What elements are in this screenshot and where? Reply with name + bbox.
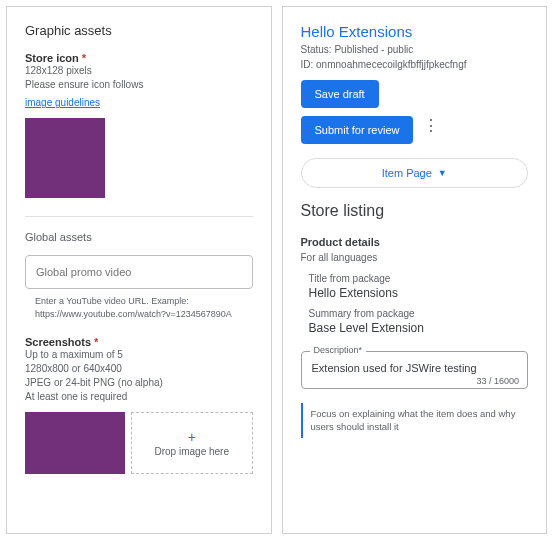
screenshots-help-4: At least one is required	[25, 390, 253, 404]
summary-from-package-value: Base Level Extension	[309, 321, 529, 335]
screenshots-help-3: JPEG or 24-bit PNG (no alpha)	[25, 376, 253, 390]
store-listing-panel: Hello Extensions Status: Published - pub…	[282, 6, 548, 534]
plus-icon: +	[188, 430, 196, 444]
chevron-down-icon: ▼	[438, 168, 447, 178]
item-page-label: Item Page	[382, 167, 432, 179]
divider	[25, 216, 253, 217]
save-draft-button[interactable]: Save draft	[301, 80, 379, 108]
drop-image-label: Drop image here	[155, 446, 229, 457]
global-assets-label: Global assets	[25, 231, 253, 243]
store-icon-ensure: Please ensure icon follows	[25, 78, 253, 92]
global-promo-video-input[interactable]	[25, 255, 253, 289]
title-from-package-value: Hello Extensions	[309, 286, 529, 300]
product-details-label: Product details	[301, 236, 529, 248]
screenshots-help-1: Up to a maximum of 5	[25, 348, 253, 362]
promo-video-help: Enter a YouTube video URL. Example: http…	[25, 295, 253, 320]
drop-image-zone[interactable]: + Drop image here	[131, 412, 253, 474]
all-languages-label: For all languages	[301, 252, 529, 263]
store-icon-dims: 128x128 pixels	[25, 64, 253, 78]
graphic-assets-panel: Graphic assets Store icon 128x128 pixels…	[6, 6, 272, 534]
extension-title-link[interactable]: Hello Extensions	[301, 23, 529, 40]
description-field[interactable]: Description* Extension used for JSWire t…	[301, 351, 529, 389]
image-guidelines-link[interactable]: image guidelines	[25, 97, 100, 108]
more-options-icon[interactable]: ⋮	[423, 118, 439, 134]
store-icon-label: Store icon	[25, 52, 253, 64]
store-icon-thumbnail[interactable]	[25, 118, 105, 198]
item-page-dropdown[interactable]: Item Page ▼	[301, 158, 529, 188]
description-help-note: Focus on explaining what the item does a…	[301, 403, 529, 438]
description-value: Extension used for JSWire testing	[312, 362, 518, 374]
description-label: Description*	[310, 345, 367, 355]
summary-from-package-label: Summary from package	[309, 308, 529, 319]
screenshots-help-2: 1280x800 or 640x400	[25, 362, 253, 376]
submit-for-review-button[interactable]: Submit for review	[301, 116, 414, 144]
screenshots-label: Screenshots	[25, 336, 253, 348]
store-listing-heading: Store listing	[301, 202, 529, 220]
graphic-assets-heading: Graphic assets	[25, 23, 253, 38]
status-line: Status: Published - public	[301, 42, 529, 57]
title-from-package-label: Title from package	[309, 273, 529, 284]
extension-id: ID: onmnoahmececoilgkfbffjjfpkecfngf	[301, 57, 529, 72]
screenshot-thumbnail[interactable]	[25, 412, 125, 474]
description-counter: 33 / 16000	[476, 376, 519, 386]
